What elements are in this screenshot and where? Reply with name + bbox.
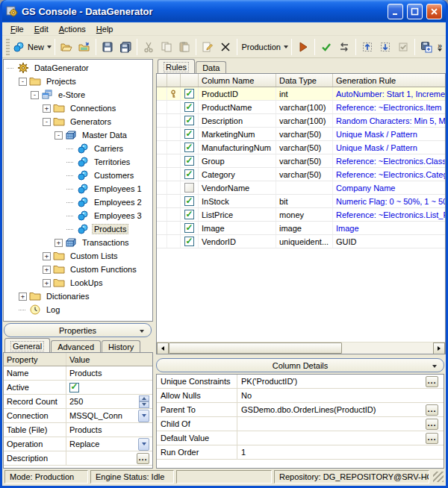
active-checkbox[interactable] — [69, 383, 79, 392]
properties-panel-header[interactable]: Properties — [4, 323, 152, 337]
expand-box-icon[interactable]: + — [43, 279, 51, 287]
rule-row-marketingnum[interactable]: MarketingNum varchar(50) Unique Mask / P… — [157, 128, 445, 141]
record-count-value[interactable]: 250 — [69, 397, 83, 406]
tree-item-master-data[interactable]: -Master Data — [4, 128, 152, 142]
scroll-right-button[interactable] — [433, 342, 445, 354]
validate-button[interactable] — [317, 37, 335, 56]
column-header-data-type[interactable]: Data Type — [276, 74, 333, 87]
save-copy-button[interactable] — [417, 37, 435, 56]
row-checkbox[interactable] — [184, 183, 194, 193]
tab-history[interactable]: History — [102, 340, 140, 352]
rule-row-productid[interactable]: ProductID int AutoNumber: Start 1, Incre… — [157, 87, 445, 101]
collapse-box-icon[interactable]: - — [43, 118, 51, 126]
tree-item-datagenerator[interactable]: DataGenerator — [4, 61, 152, 75]
edit-button[interactable] — [199, 37, 217, 56]
collapse-box-icon[interactable]: - — [55, 131, 63, 140]
tree-item-dictionaries[interactable]: +Dictionaries — [4, 290, 152, 303]
row-checkbox[interactable] — [184, 129, 194, 139]
default-value-ellipsis-button[interactable] — [426, 433, 438, 444]
detail-row-child-of[interactable]: Child Of — [157, 417, 444, 431]
rule-row-description[interactable]: Description varchar(100) Random Characte… — [157, 114, 445, 128]
title-bar[interactable]: GS Console - DataGenerator — [2, 0, 446, 22]
expand-box-icon[interactable]: + — [43, 266, 51, 274]
tab-general[interactable]: General — [4, 338, 50, 352]
save-all-button[interactable] — [116, 37, 134, 56]
quantity-stepper[interactable] — [139, 395, 149, 408]
child-of-ellipsis-button[interactable] — [426, 419, 438, 430]
save-button[interactable] — [99, 37, 116, 56]
tree-item-log[interactable]: Log — [4, 303, 152, 316]
tree-item-carriers[interactable]: Carriers — [4, 142, 152, 155]
delete-button[interactable] — [217, 37, 234, 56]
tree-item-custom-functions[interactable]: +Custom Functions — [4, 263, 152, 276]
tree-item-employees-1[interactable]: Employees 1 — [4, 182, 152, 195]
rule-row-instock[interactable]: InStock bit Numeric Flag: 0 ~ 50%, 1 ~ 5… — [157, 195, 445, 208]
minimize-button[interactable] — [388, 4, 403, 19]
tree-item-products[interactable]: Products — [4, 222, 152, 236]
tree-item-custom-lists[interactable]: +Custom Lists — [4, 249, 152, 263]
menu-actions[interactable]: Actions — [54, 23, 91, 35]
column-header-generation-rule[interactable]: Generation Rule — [333, 74, 445, 87]
menu-file[interactable]: File — [5, 23, 29, 35]
expand-box-icon[interactable]: + — [43, 252, 51, 260]
row-checkbox[interactable] — [184, 223, 194, 233]
row-checkbox[interactable] — [184, 237, 194, 246]
expand-box-icon[interactable]: + — [19, 293, 27, 301]
rule-row-vendorname[interactable]: VendorName Company Name — [157, 181, 445, 195]
open-repository-button[interactable] — [75, 37, 93, 56]
property-row-table-file[interactable]: Table (File) Products — [4, 423, 152, 437]
copy-button[interactable] — [158, 37, 175, 56]
description-ellipsis-button[interactable] — [137, 453, 149, 464]
tree-item-employees-2[interactable]: Employees 2 — [4, 195, 152, 209]
close-button[interactable] — [426, 4, 442, 19]
tree-item-territories[interactable]: Territories — [4, 155, 152, 169]
connection-value[interactable]: MSSQL_Conn — [69, 411, 122, 420]
tree-item-projects[interactable]: -Projects — [4, 75, 152, 88]
resize-grip[interactable] — [433, 472, 444, 482]
row-checkbox[interactable] — [184, 169, 194, 179]
property-row-active[interactable]: Active — [4, 381, 152, 395]
rule-row-group[interactable]: Group varchar(50) Reference: ~Electronic… — [157, 154, 445, 168]
collapse-box-icon[interactable]: - — [19, 78, 27, 86]
row-checkbox[interactable] — [184, 116, 194, 125]
tree-item-employees-3[interactable]: Employees 3 — [4, 209, 152, 222]
run-button[interactable] — [294, 37, 312, 56]
tree-item-customers[interactable]: Customers — [4, 169, 152, 182]
toolbar-grip[interactable] — [6, 39, 10, 55]
maximize-button[interactable] — [407, 4, 423, 19]
parent-to-ellipsis-button[interactable] — [426, 404, 438, 416]
tab-data[interactable]: Data — [196, 61, 226, 73]
mode-dropdown[interactable]: Production — [240, 37, 288, 56]
validate-columns-button[interactable] — [394, 37, 412, 56]
property-row-operation[interactable]: Operation Replace — [4, 437, 152, 451]
row-checkbox[interactable] — [184, 196, 194, 206]
tree-item-lookups[interactable]: +LookUps — [4, 276, 152, 290]
row-checkbox[interactable] — [184, 102, 194, 112]
column-details-header[interactable]: Column Details — [156, 358, 444, 372]
expand-box-icon[interactable]: + — [43, 104, 51, 113]
tree-item-generators[interactable]: -Generators — [4, 115, 152, 128]
cut-button[interactable] — [140, 37, 158, 56]
row-checkbox[interactable] — [184, 156, 194, 166]
tree-item-transactions[interactable]: +Transactions — [4, 236, 152, 249]
rule-row-image[interactable]: Image image Image — [157, 222, 445, 235]
rule-row-listprice[interactable]: ListPrice money Reference: ~Electronics.… — [157, 208, 445, 222]
property-row-description[interactable]: Description — [4, 451, 152, 466]
row-checkbox[interactable] — [184, 210, 194, 219]
horizontal-scrollbar[interactable] — [157, 342, 445, 354]
rule-row-vendorid[interactable]: VendorID uniqueident... GUID — [157, 235, 445, 248]
rule-row-productname[interactable]: ProductName varchar(100) Reference: ~Ele… — [157, 101, 445, 114]
property-row-record-count[interactable]: Record Count 250 — [4, 395, 152, 409]
scroll-left-button[interactable] — [157, 342, 169, 354]
property-row-name[interactable]: Name Products — [4, 366, 152, 381]
paste-button[interactable] — [175, 37, 193, 56]
detail-row-unique-constraints[interactable]: Unique Constraints PK('ProductID') — [157, 375, 444, 389]
new-button[interactable]: New — [12, 37, 53, 56]
scrollbar-track[interactable] — [342, 342, 433, 354]
unique-constraints-ellipsis-button[interactable] — [426, 376, 438, 387]
scrollbar-thumb[interactable] — [169, 342, 342, 354]
detail-row-default-value[interactable]: Default Value — [157, 431, 444, 445]
fill-down-button[interactable] — [376, 37, 394, 56]
operation-value[interactable]: Replace — [69, 439, 99, 448]
tab-rules[interactable]: Rules — [158, 59, 195, 73]
